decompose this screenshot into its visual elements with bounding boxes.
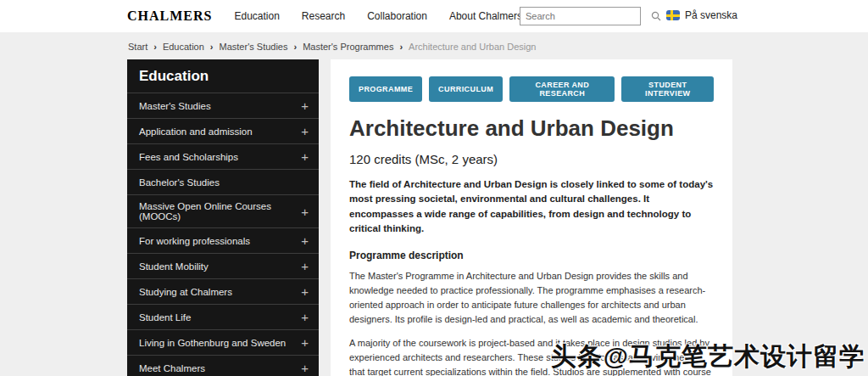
nav-about-chalmers[interactable]: About Chalmers — [449, 10, 522, 22]
plus-icon[interactable]: + — [301, 205, 309, 218]
sidebar-item-label: Living in Gothenburg and Sweden — [139, 338, 286, 348]
plus-icon[interactable]: + — [301, 336, 309, 349]
sidebar-item-masters-studies[interactable]: Master's Studies + — [127, 93, 319, 118]
tab-curriculum[interactable]: CURRICULUM — [429, 76, 503, 102]
sidebar-item-studying-at-chalmers[interactable]: Studying at Chalmers + — [127, 278, 319, 304]
chevron-right-icon: › — [210, 42, 214, 52]
sidebar-item-living-in-gothenburg[interactable]: Living in Gothenburg and Sweden + — [127, 329, 319, 355]
plus-icon[interactable]: + — [301, 99, 309, 112]
search-input[interactable] — [520, 11, 651, 21]
sidebar-item-label: Meet Chalmers — [139, 363, 205, 373]
language-label: På svenska — [685, 9, 737, 21]
sidebar-item-label: Student Mobility — [139, 261, 209, 272]
chevron-right-icon: › — [293, 42, 297, 52]
sidebar-item-for-working-professionals[interactable]: For working professionals + — [127, 227, 319, 253]
top-header: CHALMERS Education Research Collaboratio… — [0, 0, 868, 32]
plus-icon[interactable]: + — [301, 362, 309, 374]
top-nav: Education Research Collaboration About C… — [234, 10, 522, 22]
breadcrumb-start[interactable]: Start — [128, 42, 147, 52]
plus-icon[interactable]: + — [301, 150, 309, 163]
sidebar-item-label: Application and admission — [139, 126, 253, 137]
plus-icon[interactable]: + — [301, 125, 309, 137]
sidebar-item-bachelors-studies[interactable]: Bachelor's Studies + — [127, 169, 319, 194]
breadcrumb-masters-studies[interactable]: Master's Studies — [220, 42, 288, 52]
watermark-text: 头条@马克笔艺术设计留学 — [551, 340, 865, 374]
breadcrumb: Start › Education › Master's Studies › M… — [128, 42, 536, 52]
paragraph-1: The Master's Programme in Architecture a… — [349, 269, 714, 327]
sidebar-item-label: Student Life — [139, 312, 191, 323]
sidebar: Education Master's Studies + Application… — [127, 59, 319, 376]
sidebar-item-label: For working professionals — [139, 236, 250, 246]
programme-tabs: PROGRAMME CURRICULUM CAREER AND RESEARCH… — [349, 76, 714, 102]
nav-education[interactable]: Education — [234, 10, 279, 22]
breadcrumb-current: Architecture and Urban Design — [409, 42, 536, 52]
credits-text: 120 credits (MSc, 2 years) — [349, 152, 714, 166]
sidebar-item-label: Fees and Scholarships — [139, 152, 238, 162]
chevron-right-icon: › — [153, 42, 157, 52]
nav-collaboration[interactable]: Collaboration — [367, 10, 427, 22]
plus-icon[interactable]: + — [301, 285, 309, 298]
chevron-right-icon: › — [399, 42, 403, 52]
main-content: PROGRAMME CURRICULUM CAREER AND RESEARCH… — [331, 59, 732, 376]
sidebar-title: Education — [127, 59, 319, 93]
tab-programme[interactable]: PROGRAMME — [349, 76, 422, 102]
plus-icon[interactable]: + — [301, 311, 309, 323]
nav-research[interactable]: Research — [302, 10, 345, 22]
plus-icon[interactable]: + — [301, 234, 309, 247]
page-title: Architecture and Urban Design — [349, 115, 714, 142]
sidebar-item-label: Massive Open Online Courses (MOOCs) — [139, 201, 301, 222]
section-heading: Programme description — [349, 250, 714, 261]
swedish-flag-icon — [666, 10, 680, 20]
tab-career-and-research[interactable]: CAREER AND RESEARCH — [509, 76, 615, 102]
sidebar-item-meet-chalmers[interactable]: Meet Chalmers + — [127, 355, 319, 376]
chalmers-logo[interactable]: CHALMERS — [127, 8, 212, 24]
breadcrumb-masters-programmes[interactable]: Master's Programmes — [303, 42, 393, 52]
sidebar-item-student-life[interactable]: Student Life + — [127, 304, 319, 329]
search-icon[interactable] — [651, 8, 661, 25]
sidebar-item-student-mobility[interactable]: Student Mobility + — [127, 253, 319, 278]
language-switcher[interactable]: På svenska — [666, 9, 737, 21]
breadcrumb-education[interactable]: Education — [163, 42, 204, 52]
sidebar-item-moocs[interactable]: Massive Open Online Courses (MOOCs) + — [127, 194, 319, 227]
intro-text: The field of Architecture and Urban Desi… — [349, 177, 714, 236]
sidebar-item-label: Studying at Chalmers — [139, 287, 232, 297]
sidebar-item-label: Bachelor's Studies — [139, 177, 220, 188]
sidebar-item-label: Master's Studies — [139, 101, 211, 111]
plus-icon[interactable]: + — [301, 260, 309, 272]
search-box — [520, 7, 641, 25]
sidebar-item-fees-and-scholarships[interactable]: Fees and Scholarships + — [127, 143, 319, 169]
sidebar-item-application-and-admission[interactable]: Application and admission + — [127, 118, 319, 143]
tab-student-interview[interactable]: STUDENT INTERVIEW — [621, 76, 714, 102]
